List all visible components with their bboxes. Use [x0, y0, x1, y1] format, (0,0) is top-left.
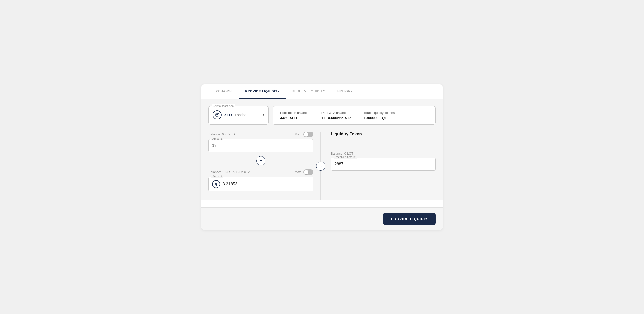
stat-xtz-balance-label: Pool XTZ balance:	[321, 111, 352, 115]
pool-row: Crypto asset pool XLD London ▾ Po	[208, 106, 436, 125]
right-section: Liquidity Token Balance: 0 LQT Received …	[321, 132, 436, 200]
stat-token-balance-label: Pool Token balance:	[280, 111, 309, 115]
plus-connector: +	[208, 156, 313, 165]
tab-exchange[interactable]: EXCHANGE	[207, 84, 239, 99]
xld-amount-label: Amount	[211, 137, 223, 140]
arrow-icon: →	[316, 162, 325, 171]
tab-bar: EXCHANGE PROVIDE LIQUIDITY REDEEM LIQUID…	[201, 84, 443, 99]
liquidity-token-title: Liquidity Token	[331, 132, 436, 137]
xld-max-toggle[interactable]	[303, 132, 313, 137]
xtz-balance-row: Balance: 10235.771252 XTZ Max	[208, 169, 313, 175]
tab-provide-liquidity[interactable]: PROVIDE LIQUIDITY	[239, 84, 286, 99]
received-amount-label: Received Amount	[334, 155, 357, 159]
dropdown-arrow-icon: ▾	[263, 113, 264, 117]
footer: PROVIDE LIQUIDIY	[201, 207, 443, 230]
pool-icon	[213, 110, 222, 119]
main-content: Balance: 655 XLD Max Amount +	[208, 132, 436, 200]
xtz-max-label: Max	[295, 170, 301, 174]
xld-amount-wrap: Amount	[208, 139, 313, 152]
lqt-balance-label: Balance: 0 LQT	[331, 152, 353, 155]
pool-selector[interactable]: Crypto asset pool XLD London ▾	[208, 106, 269, 125]
pool-stats: Pool Token balance: 4489 XLD Pool XTZ ba…	[273, 106, 436, 125]
tab-redeem-liquidity[interactable]: REDEEM LIQUIDITY	[286, 84, 331, 99]
stat-liquidity-tokens-value: 1000000 LQT	[364, 116, 396, 120]
main-card: EXCHANGE PROVIDE LIQUIDITY REDEEM LIQUID…	[201, 84, 443, 230]
xld-max-label: Max	[295, 132, 301, 136]
plus-icon: +	[256, 156, 265, 165]
xtz-max-toggle[interactable]	[303, 169, 313, 175]
stat-xtz-balance-value: 1114.600565 XTZ	[321, 116, 352, 120]
stat-liquidity-tokens: Total Liquidity Tokens: 1000000 LQT	[364, 111, 396, 120]
xtz-balance-label: Balance: 10235.771252 XTZ	[208, 170, 250, 174]
content-area: Crypto asset pool XLD London ▾ Po	[201, 99, 443, 200]
xld-max-row: Max	[295, 132, 313, 137]
connector-line-right	[265, 161, 313, 161]
xld-balance-row: Balance: 655 XLD Max	[208, 132, 313, 137]
pool-selector-inner: XLD London ▾	[213, 110, 264, 119]
xld-amount-input[interactable]	[208, 139, 313, 152]
connector-line-left	[208, 161, 256, 161]
xtz-input-with-icon[interactable]: ꜩ 3.21853	[208, 177, 313, 191]
provide-liquidity-button[interactable]: PROVIDE LIQUIDIY	[383, 213, 436, 225]
received-amount-input[interactable]	[331, 158, 436, 171]
lqt-balance-row: Balance: 0 LQT	[331, 152, 436, 155]
xld-balance-label: Balance: 655 XLD	[208, 132, 235, 136]
token-name: London	[235, 113, 247, 117]
stat-token-balance: Pool Token balance: 4489 XLD	[280, 111, 309, 120]
xtz-amount-value: 3.21853	[223, 182, 237, 186]
xtz-max-row: Max	[295, 169, 313, 175]
stat-token-balance-value: 4489 XLD	[280, 116, 309, 120]
token-symbol: XLD	[224, 113, 232, 117]
pool-selector-label: Crypto asset pool	[212, 104, 235, 107]
left-section: Balance: 655 XLD Max Amount +	[208, 132, 321, 200]
received-amount-wrap: Received Amount	[331, 158, 436, 171]
xtz-amount-label: Amount	[211, 175, 223, 178]
stat-liquidity-tokens-label: Total Liquidity Tokens:	[364, 111, 396, 115]
xtz-icon: ꜩ	[212, 180, 220, 188]
stat-xtz-balance: Pool XTZ balance: 1114.600565 XTZ	[321, 111, 352, 120]
xtz-amount-wrap: Amount ꜩ 3.21853	[208, 177, 313, 191]
tab-history[interactable]: HISTORY	[331, 84, 359, 99]
